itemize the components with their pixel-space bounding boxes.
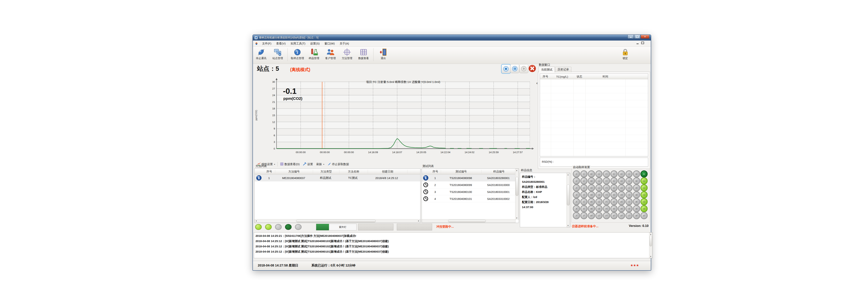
scroll-thumb[interactable]: [650, 236, 652, 246]
vial-E4[interactable]: E4: [611, 191, 618, 198]
chart-toolbar-item-2[interactable]: 数据查看(D): [278, 162, 301, 167]
vial-I6[interactable]: I6: [580, 205, 588, 212]
mdi-minimize-button[interactable]: [637, 43, 639, 44]
vial-C3[interactable]: C3: [625, 184, 632, 192]
scroll-thumb[interactable]: [296, 219, 376, 223]
scroll-right-arrow[interactable]: ►: [417, 219, 420, 222]
scroll-down-arrow[interactable]: ▼: [567, 224, 569, 227]
vial-J6[interactable]: J6: [573, 205, 580, 212]
menu-item-6[interactable]: 关于(A): [337, 41, 351, 46]
tab-history[interactable]: 历史记录: [555, 67, 571, 72]
menu-item-1[interactable]: 文件(F): [260, 41, 274, 46]
menu-item-3[interactable]: 实用工具(T): [288, 41, 308, 46]
vial-D5[interactable]: D5: [618, 198, 625, 205]
stop-run-button[interactable]: [501, 64, 510, 74]
table-row[interactable]: 2TS201804080099SA201803310000: [422, 181, 516, 189]
vial-H5[interactable]: H5: [588, 198, 595, 205]
vial-D2[interactable]: D2: [618, 177, 625, 184]
vial-F7[interactable]: F7: [603, 212, 610, 219]
vial-H3[interactable]: H3: [588, 184, 595, 192]
table-row[interactable]: 1TS201804080098SA201803280001: [422, 174, 516, 181]
vial-D3[interactable]: D3: [618, 184, 625, 192]
scroll-up-arrow[interactable]: ▲: [567, 173, 569, 176]
vial-F1[interactable]: F1: [603, 170, 610, 177]
vial-H2[interactable]: H2: [588, 177, 595, 184]
abort-run-button[interactable]: [528, 64, 536, 73]
vial-J3[interactable]: J3: [573, 184, 580, 192]
vial-E7[interactable]: E7: [611, 212, 618, 219]
vial-E2[interactable]: E2: [611, 177, 618, 184]
vial-E6[interactable]: E6: [611, 205, 618, 212]
scroll-up-arrow[interactable]: ▲: [515, 169, 518, 172]
scroll-down-arrow[interactable]: ▼: [649, 255, 652, 258]
vial-G2[interactable]: G2: [595, 177, 602, 184]
toolbar-button-data-view[interactable]: 数据查看: [355, 47, 372, 61]
close-button[interactable]: ×: [641, 35, 649, 39]
toolbar-button-sample-point[interactable]: i取样点管理: [289, 47, 306, 61]
vial-H7[interactable]: H7: [588, 212, 595, 219]
scroll-down-arrow[interactable]: ▼: [515, 216, 518, 219]
vial-B7[interactable]: B7: [633, 212, 640, 219]
vial-I2[interactable]: I2: [580, 177, 588, 184]
scroll-up-arrow[interactable]: ▲: [649, 233, 652, 236]
minimize-button[interactable]: [627, 35, 634, 39]
vial-C7[interactable]: C7: [625, 212, 632, 219]
menu-item-2[interactable]: 查看(V): [274, 41, 288, 46]
vial-J1[interactable]: J1: [573, 170, 580, 177]
toolbar-button-exit[interactable]: 退出: [375, 47, 392, 61]
vial-F3[interactable]: F3: [603, 184, 610, 192]
vial-B4[interactable]: B4: [633, 191, 640, 198]
menu-item-5[interactable]: 窗口(W): [322, 41, 337, 46]
vial-J7[interactable]: J7: [573, 212, 580, 219]
vial-B1[interactable]: B1: [633, 170, 640, 177]
chart-toolbar-item-3[interactable]: 设置: [301, 162, 315, 167]
table-row[interactable]: 1ME201804080037样品测试TC测试2018/4/8 14:25:12: [255, 174, 420, 181]
sample-info-vscrollbar[interactable]: ▲ ▼: [566, 173, 570, 227]
vial-D7[interactable]: D7: [618, 212, 625, 219]
vial-H1[interactable]: H1: [588, 170, 595, 177]
vial-E5[interactable]: E5: [611, 198, 618, 205]
chart-toolbar-item-5[interactable]: 停止获取数据: [326, 162, 350, 167]
vial-B6[interactable]: B6: [633, 205, 640, 212]
vial-F2[interactable]: F2: [603, 177, 610, 184]
vial-H6[interactable]: H6: [588, 205, 595, 212]
vial-B5[interactable]: B5: [633, 198, 640, 205]
vial-F5[interactable]: F5: [603, 198, 610, 205]
toolbar-button-customer[interactable]: 客户管理: [322, 47, 339, 61]
vial-I1[interactable]: I1: [580, 170, 588, 177]
vial-E3[interactable]: E3: [611, 184, 618, 192]
tab-current-test[interactable]: 当前测试: [539, 67, 555, 72]
scroll-thumb[interactable]: [567, 184, 570, 205]
toolbar-button-station[interactable]: 站点管理: [270, 47, 286, 61]
scroll-thumb[interactable]: [448, 219, 486, 223]
log-vscrollbar[interactable]: ▲ ▼: [649, 233, 652, 258]
maximize-button[interactable]: [634, 35, 641, 39]
vial-A6[interactable]: A6: [641, 205, 648, 212]
vial-J4[interactable]: J4: [573, 191, 580, 198]
vial-D4[interactable]: D4: [618, 191, 625, 198]
vial-E1[interactable]: E1: [611, 170, 618, 177]
vial-G3[interactable]: G3: [595, 184, 602, 192]
vial-A5[interactable]: A5: [641, 198, 648, 205]
vial-C2[interactable]: C2: [625, 177, 632, 184]
vial-I5[interactable]: I5: [580, 198, 588, 205]
toolbar-button-method[interactable]: 方法管理: [339, 47, 355, 61]
vial-C5[interactable]: C5: [625, 198, 632, 205]
vial-B2[interactable]: B2: [633, 177, 640, 184]
vial-G4[interactable]: G4: [595, 191, 602, 198]
chart-toolbar-item-4[interactable]: 刷新▾: [315, 162, 326, 167]
toolbar-button-stop-comm[interactable]: 停止通讯: [253, 47, 270, 61]
vial-G6[interactable]: G6: [595, 205, 602, 212]
vial-I4[interactable]: I4: [580, 191, 588, 198]
vial-C6[interactable]: C6: [625, 205, 632, 212]
menu-item-4[interactable]: 设置(S): [308, 41, 322, 46]
vial-I3[interactable]: I3: [580, 184, 588, 192]
vial-J5[interactable]: J5: [573, 198, 580, 205]
vial-A1[interactable]: A1: [641, 170, 648, 177]
start-run-button[interactable]: [519, 64, 528, 73]
table-row[interactable]: 4TS201804080101SA201803310002: [422, 195, 516, 202]
vial-B3[interactable]: B3: [633, 184, 640, 192]
vial-I7[interactable]: I7: [580, 212, 588, 219]
test-list-hscrollbar[interactable]: [422, 219, 516, 223]
vial-H4[interactable]: H4: [588, 191, 595, 198]
